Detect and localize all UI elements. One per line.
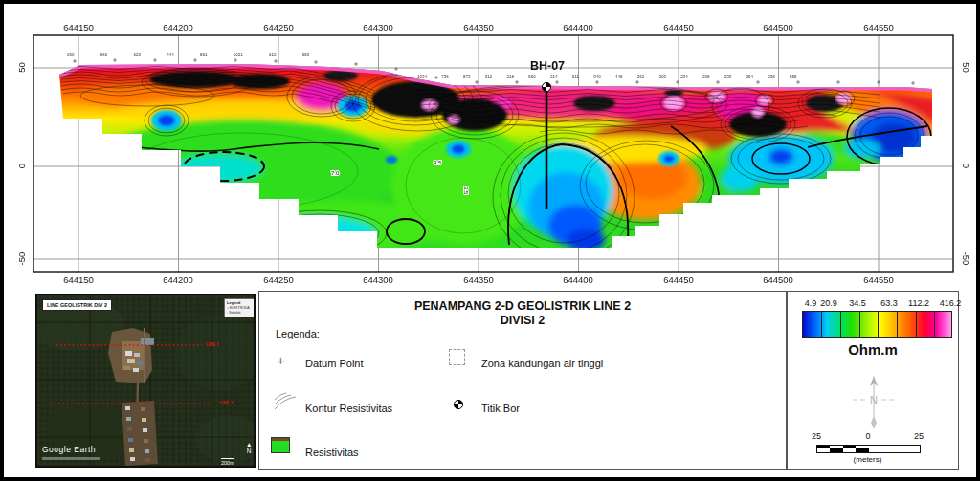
scale-bar (816, 445, 921, 453)
imagery-credit-strip (42, 457, 100, 460)
x-tick-top: 644200 (149, 22, 207, 33)
cbar-tick: 416.2 (933, 298, 968, 308)
line2-label: LINE 2 (219, 401, 233, 405)
line1-label: LINE 1 (206, 342, 219, 347)
legend-item-titik-bor: Titik Bor (481, 403, 520, 414)
datum-point-icon: + (277, 352, 285, 368)
x-tick-bottom: 644150 (50, 274, 107, 285)
map-north-label: N (247, 448, 252, 454)
section-subtitle: DIVISI 2 (259, 314, 786, 327)
datum-values-right: 1034 736 873 912 218 560 214 611 940 448… (417, 75, 924, 79)
x-tick-bottom: 644350 (450, 274, 507, 285)
resistivity-swatch-icon (271, 437, 290, 453)
map-title-box: LINE GEOLISTRIK DIV 2 (42, 299, 112, 311)
x-tick-top: 644500 (749, 22, 807, 33)
map-legend-box: Legend + ELEKTRODA ▫ Sekolah (224, 298, 256, 317)
datum-values-left: 260 660 620 444 581 1021 610 650 (67, 53, 383, 57)
map-north-arrow: ▲ N (246, 441, 252, 454)
section-title: PENAMPANG 2-D GEOLISTRIK LINE 2 (259, 299, 786, 313)
x-tick-top: 644550 (850, 22, 907, 33)
figure-canvas: 9.5 7.0 3.5 644150 644200 644250 644300 … (0, 0, 980, 481)
north-letter: N (870, 394, 878, 405)
x-tick-bottom: 644300 (349, 274, 407, 285)
title-legend-panel: PENAMPANG 2-D GEOLISTRIK LINE 2 DIVISI 2… (258, 291, 787, 470)
water-zone-icon (449, 349, 465, 365)
electrode-icon: + (227, 306, 229, 310)
x-tick-bottom: 644550 (850, 274, 907, 285)
y-tick-right: 50 (961, 52, 971, 84)
x-tick-top: 644350 (450, 22, 507, 33)
legend-item-resistivitas: Resistivitas (305, 447, 359, 458)
colorbar-panel: 4.9 20.9 34.5 63.3 112.2 416.2 Ohm.m N 2… (787, 291, 959, 470)
contour-label-70: 7.0 (331, 170, 340, 176)
scalebar-num-left: 25 (805, 431, 828, 441)
borehole-label: BH-07 (517, 59, 578, 73)
x-tick-bottom: 644200 (149, 274, 207, 285)
legend-heading: Legenda: (276, 328, 320, 339)
contour-label-35: 3.5 (463, 186, 469, 195)
cbar-tick: 34.5 (840, 298, 875, 308)
x-tick-top: 644450 (650, 22, 707, 33)
scalebar-num-right: 25 (907, 431, 930, 441)
resistivity-field (33, 56, 970, 261)
x-tick-bottom: 644250 (250, 274, 307, 285)
google-earth-watermark: Google Earth (42, 445, 96, 454)
y-tick-left: 50 (16, 52, 27, 84)
legend-item-datum-point: Datum Point (305, 358, 364, 369)
scalebar-num-center: 0 (857, 431, 880, 441)
y-tick-left: -50 (16, 243, 27, 275)
map-scale-label: 200m (221, 458, 234, 466)
y-tick-left: 0 (16, 150, 27, 183)
colorbar-unit: Ohm.m (788, 341, 958, 358)
y-tick-right: 0 (961, 150, 971, 183)
x-tick-bottom: 644450 (650, 274, 707, 285)
x-tick-top: 644150 (50, 22, 107, 33)
cbar-tick: 112.2 (902, 298, 936, 308)
north-arrow-icon: N (847, 374, 901, 433)
resistivity-section-plot: 9.5 7.0 3.5 (4, 4, 980, 291)
contour-icon (273, 390, 298, 411)
location-map-inset: LINE GEOLISTRIK DIV 2 Legend + ELEKTRODA… (35, 294, 256, 468)
scalebar-unit: (meters) (816, 455, 919, 464)
x-tick-bottom: 644400 (549, 274, 607, 285)
borehole-icon (453, 399, 464, 410)
legend-item-kontur: Kontur Resistivitas (305, 403, 392, 414)
y-tick-right: -50 (961, 243, 971, 275)
map-legend-item: ELEKTRODA (230, 306, 250, 310)
x-tick-top: 644250 (250, 22, 307, 33)
x-tick-top: 644400 (549, 22, 607, 33)
legend-item-zona: Zona kandungan air tinggi (481, 358, 603, 369)
x-tick-bottom: 644500 (749, 274, 807, 285)
map-legend-item: Sekolah (229, 311, 240, 315)
resistivity-colorbar (802, 311, 952, 338)
x-tick-top: 644300 (349, 22, 407, 33)
satellite-map (37, 295, 254, 466)
contour-label-95: 9.5 (434, 160, 442, 165)
